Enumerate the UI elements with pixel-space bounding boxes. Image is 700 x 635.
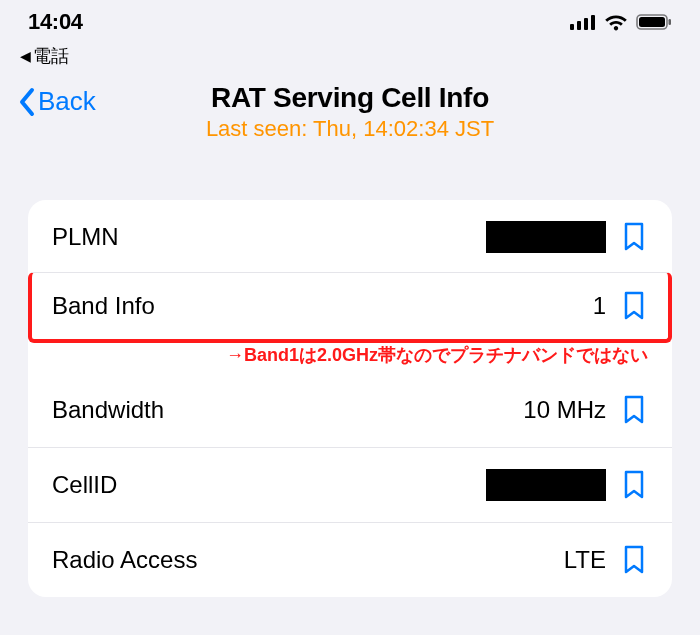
status-time: 14:04 (28, 9, 83, 35)
wifi-icon (604, 13, 628, 31)
row-value: 10 MHz (523, 396, 606, 424)
bookmark-icon[interactable] (620, 543, 648, 577)
svg-rect-2 (584, 18, 588, 30)
svg-rect-5 (639, 17, 665, 27)
breadcrumb-label: 電話 (33, 44, 69, 68)
row-value-redacted (486, 221, 606, 253)
back-label: Back (38, 86, 96, 117)
row-label: Band Info (52, 292, 593, 320)
chevron-left-icon (18, 87, 36, 117)
row-bandwidth[interactable]: Bandwidth 10 MHz (28, 373, 672, 447)
back-button[interactable]: Back (18, 86, 96, 117)
nav-header: Back RAT Serving Cell Info Last seen: Th… (0, 72, 700, 144)
row-label: Radio Access (52, 546, 564, 574)
status-bar: 14:04 (0, 0, 700, 44)
cellular-signal-icon (570, 14, 596, 30)
bookmark-icon[interactable] (620, 220, 648, 254)
row-plmn[interactable]: PLMN (28, 200, 672, 274)
row-value: LTE (564, 546, 606, 574)
breadcrumb[interactable]: ◀ 電話 (0, 44, 700, 72)
row-label: CellID (52, 471, 486, 499)
back-triangle-icon: ◀ (20, 49, 31, 63)
svg-rect-0 (570, 24, 574, 30)
annotation-text: →Band1は2.0GHz帯なのでプラチナバンドではない (28, 341, 672, 373)
cell-info-card: PLMN Band Info 1 →Band1は2.0GHz帯なのでプラチナバン… (28, 200, 672, 597)
svg-rect-1 (577, 21, 581, 30)
battery-icon (636, 13, 672, 31)
row-radio-access[interactable]: Radio Access LTE (28, 522, 672, 597)
row-cellid[interactable]: CellID (28, 447, 672, 522)
row-value-redacted (486, 469, 606, 501)
page-subtitle: Last seen: Thu, 14:02:34 JST (100, 116, 600, 142)
svg-rect-3 (591, 15, 595, 30)
row-value: 1 (593, 292, 606, 320)
row-label: Bandwidth (52, 396, 523, 424)
bookmark-icon[interactable] (620, 289, 648, 323)
svg-rect-6 (669, 19, 672, 25)
status-icons (570, 13, 672, 31)
page-title: RAT Serving Cell Info (100, 82, 600, 114)
row-band-info[interactable]: Band Info 1 (28, 272, 672, 343)
bookmark-icon[interactable] (620, 393, 648, 427)
row-label: PLMN (52, 223, 486, 251)
bookmark-icon[interactable] (620, 468, 648, 502)
